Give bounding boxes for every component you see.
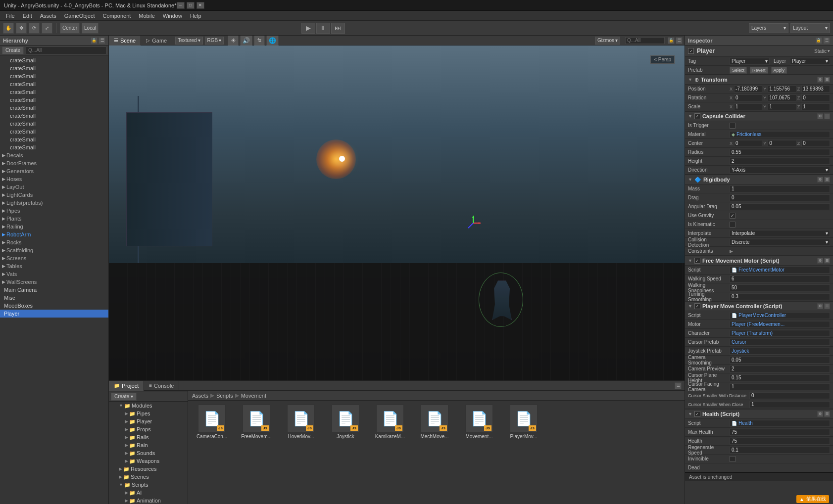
invincible-val[interactable] [730,456,735,462]
file-hovermove[interactable]: 📄 Js HoverMov... [281,405,321,439]
free-movement-menu-btn[interactable]: ☰ [824,258,830,264]
hierarchy-group-hoses[interactable]: ▶ Hoses [0,175,108,183]
free-movement-enable[interactable]: ✓ [694,258,700,264]
health-enable[interactable]: ✓ [694,411,700,417]
hierarchy-create-btn[interactable]: Create [2,46,24,54]
list-item[interactable]: crateSmall [0,112,108,120]
collision-dropdown[interactable]: Discrete▾ [730,239,830,246]
hierarchy-search[interactable] [26,46,106,54]
play-button[interactable]: ▶ [301,23,315,34]
menu-mobile[interactable]: Mobile [135,12,158,20]
hierarchy-menu-btn[interactable]: ☰ [98,37,105,44]
hierarchy-group-plants[interactable]: ▶ Plants [0,215,108,223]
project-item-rails[interactable]: ▶📁Rails [109,433,188,441]
file-joystick[interactable]: 📄 Js Joystick [326,405,365,439]
hierarchy-group-railing[interactable]: ▶ Railing [0,223,108,230]
rotate-tool[interactable]: ⟳ [29,23,40,34]
menu-help[interactable]: Help [186,12,205,20]
menu-assets[interactable]: Assets [36,12,60,20]
menu-edit[interactable]: Edit [19,12,36,20]
project-item-modules[interactable]: ▼📁Modules [109,402,188,410]
tab-console[interactable]: ≡ Console [144,381,179,391]
tag-dropdown[interactable]: Player▾ [730,58,770,65]
player-move-menu-btn[interactable]: ☰ [824,303,830,309]
motor-ref[interactable]: Player (FreeMovemen... [730,321,830,328]
tab-scene[interactable]: ☰ Scene [109,36,141,46]
cursor-prefab-ref[interactable]: Cursor [730,339,830,346]
cursor-facing-val[interactable]: 1 [730,383,830,390]
hierarchy-group-scaffolding[interactable]: ▶ Scaffolding [0,246,108,254]
list-item[interactable]: crateSmall [0,128,108,136]
player-move-enable[interactable]: ✓ [694,303,700,309]
hierarchy-group-wallscreens[interactable]: ▶ WallScreens [0,278,108,286]
hierarchy-group-layout[interactable]: ▶ LayOut [0,183,108,191]
rot-z-val[interactable]: 0 [801,94,830,101]
scene-menu-btn[interactable]: ☰ [676,37,683,44]
path-movement[interactable]: Movement [241,393,266,399]
scene-lock-btn[interactable]: 🔒 [668,37,675,44]
h-script-ref[interactable]: 📄 Health [730,420,830,427]
hierarchy-group-doorframes[interactable]: ▶ DoorFrames [0,159,108,167]
cursor-plane-val[interactable]: 0.15 [730,374,830,381]
rot-y-val[interactable]: 107.0675 [768,94,796,101]
project-item-animation[interactable]: ▶📁Animation [109,497,188,504]
persp-label[interactable]: < Persp [650,55,675,64]
joystick-prefab-ref[interactable]: Joystick [730,348,830,355]
is-trigger-val[interactable] [730,123,735,129]
tab-project[interactable]: 📁 Project [109,381,144,391]
health-menu-btn[interactable]: ☰ [824,411,830,417]
capsule-settings-btn[interactable]: ⚙ [817,113,823,119]
file-kamikaze[interactable]: 📄 Js KamikazeM... [370,405,410,439]
hierarchy-item-moodboxes[interactable]: MoodBoxes [0,302,108,310]
health-val[interactable]: 75 [730,438,830,445]
capsule-menu-btn[interactable]: ☰ [824,113,830,119]
step-button[interactable]: ⏭ [331,23,345,34]
material-ref[interactable]: ◆ Frictionless [730,131,830,138]
direction-dropdown[interactable]: Y-Axis▾ [730,167,830,174]
center-btn[interactable]: Center [60,23,80,34]
project-item-resources[interactable]: ▶📁Resources [109,465,188,473]
player-move-section[interactable]: ▼ ✓ Player Move Controller (Script) ⚙ ☰ [685,301,833,311]
list-item[interactable]: crateSmall [0,136,108,143]
camera-preview-val[interactable]: 2 [730,366,830,372]
list-item[interactable]: crateSmall [0,80,108,88]
prefab-apply-btn[interactable]: Apply [771,67,787,74]
health-section[interactable]: ▼ ✓ Health (Script) ⚙ ☰ [685,409,833,419]
pm-script-ref[interactable]: 📄 PlayerMoveController [730,312,830,319]
capsule-enable[interactable]: ✓ [694,113,700,119]
constraints-arrow[interactable]: ▶ [730,249,733,254]
scale-x-val[interactable]: 1 [734,103,762,110]
scene-viewport[interactable]: < Persp [109,46,685,380]
menu-gameobject[interactable]: GameObject [60,12,99,20]
layout-dropdown[interactable]: Layout▾ [790,23,830,33]
bottom-panel-menu-btn[interactable]: ☰ [675,382,682,389]
list-item[interactable]: crateSmall [0,104,108,112]
scale-y-val[interactable]: 1 [768,103,796,110]
scene-search-input[interactable] [625,37,665,44]
hierarchy-group-generators[interactable]: ▶ Generators [0,167,108,175]
height-val[interactable]: 2 [730,158,830,165]
center-x[interactable]: 0 [734,140,762,147]
close-button[interactable]: ✕ [196,2,204,9]
minimize-button[interactable]: ─ [177,2,185,9]
move-tool[interactable]: ✥ [16,23,27,34]
rgb-dropdown[interactable]: RGB▾ [205,37,224,45]
list-item[interactable]: crateSmall [0,88,108,96]
hierarchy-item-maincamera[interactable]: Main Camera [0,286,108,294]
gizmos-dropdown[interactable]: Gizmos▾ [595,37,620,45]
list-item[interactable]: crateSmall [0,72,108,80]
center-z[interactable]: 0 [801,140,830,147]
inspector-lock-btn[interactable]: 🔒 [815,37,822,44]
prefab-select-btn[interactable]: Select [730,67,747,74]
hierarchy-group-rocks[interactable]: ▶ Rocks [0,238,108,246]
list-item[interactable]: crateSmall [0,120,108,128]
hierarchy-group-tables[interactable]: ▶ Tables [0,262,108,270]
transform-settings-btn[interactable]: ⚙ [817,77,823,83]
path-assets[interactable]: Assets [192,393,208,399]
transform-menu-btn[interactable]: ☰ [824,77,830,83]
list-item[interactable]: crateSmall [0,56,108,64]
menu-component[interactable]: Component [98,12,135,20]
project-item-weapons[interactable]: ▶📁Weapons [109,457,188,465]
walking-snappiness-val[interactable]: 50 [730,284,830,291]
health-settings-btn[interactable]: ⚙ [817,411,823,417]
